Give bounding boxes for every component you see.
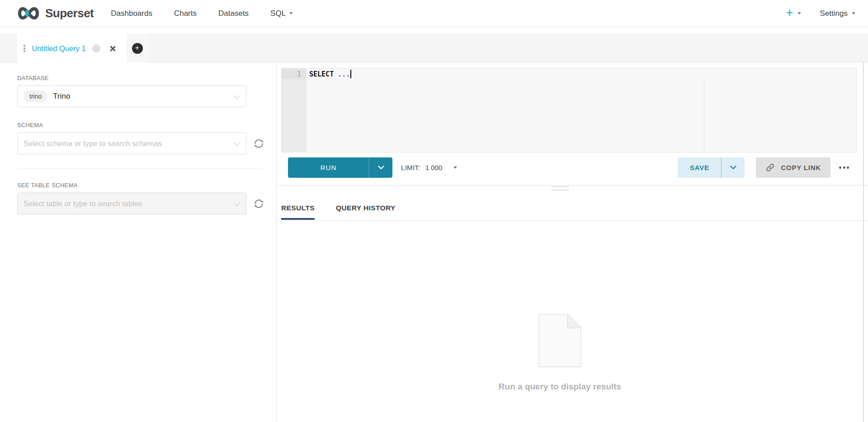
editor-gutter: 1 (282, 68, 307, 152)
copy-link-label: COPY LINK (781, 164, 821, 171)
ellipsis-icon (839, 166, 841, 169)
schema-placeholder: Select schema or type to search schemas (24, 139, 162, 148)
schema-label: SCHEMA (17, 122, 276, 128)
run-button[interactable]: RUN (288, 157, 369, 178)
line-number: 1 (282, 69, 307, 79)
table-schema-label: SEE TABLE SCHEMA (17, 182, 276, 189)
database-select[interactable]: trino Trino (17, 85, 246, 107)
save-options-button[interactable] (721, 157, 745, 178)
plus-icon: + (786, 6, 793, 19)
chevron-down-icon (234, 93, 240, 99)
navbar-right: + Settings (786, 8, 855, 19)
table-select[interactable]: Select table or type to search tables (17, 193, 246, 214)
new-item-button[interactable]: + (786, 8, 801, 19)
query-tab-label[interactable]: Untitled Query 1 (32, 44, 86, 53)
sql-text: ... (334, 70, 350, 78)
editor-code-area[interactable]: SELECT ... (307, 68, 856, 152)
sql-editor[interactable]: 1 SELECT ... (281, 68, 857, 152)
refresh-schemas-button[interactable] (253, 138, 264, 149)
print-margin-line (704, 78, 704, 152)
sync-arrows-icon (253, 198, 264, 209)
sync-arrows-icon (253, 138, 264, 149)
run-options-button[interactable] (369, 157, 392, 178)
brand-name: Superset (45, 6, 94, 20)
copy-link-button[interactable]: COPY LINK (756, 157, 830, 178)
south-tabs-baseline (277, 220, 868, 221)
refresh-tables-button[interactable] (253, 198, 264, 209)
scrollbar-track[interactable] (863, 62, 864, 422)
query-status-dot (92, 44, 100, 52)
run-button-group: RUN (288, 157, 392, 178)
limit-value: 1 000 (425, 164, 443, 171)
plus-icon: + (132, 43, 143, 54)
tab-results[interactable]: RESULTS (281, 204, 315, 220)
limit-label: LIMIT: (401, 164, 420, 171)
query-tab-active[interactable]: Untitled Query 1 (17, 34, 127, 63)
link-chain-icon (765, 163, 775, 172)
navbar: Superset Dashboards Charts Datasets SQL … (0, 0, 868, 27)
save-button-group: SAVE (678, 157, 745, 178)
chevron-down-icon (234, 140, 240, 146)
save-button[interactable]: SAVE (678, 157, 721, 178)
caret-down-icon (453, 166, 457, 169)
kebab-vertical-icon[interactable] (21, 43, 28, 54)
database-label: DATABASE (17, 75, 276, 81)
nav-item-dashboards[interactable]: Dashboards (111, 9, 152, 18)
chevron-down-icon (234, 200, 240, 206)
caret-down-icon (852, 12, 855, 14)
database-value: Trino (53, 92, 70, 101)
schema-select[interactable]: Select schema or type to search schemas (17, 133, 246, 154)
results-empty-state: Run a query to display results (277, 314, 843, 392)
sql-keyword: SELECT (309, 70, 334, 78)
settings-menu[interactable]: Settings (820, 9, 855, 18)
chevron-down-icon (730, 166, 736, 170)
nav-item-charts[interactable]: Charts (174, 9, 197, 18)
caret-down-icon (289, 12, 293, 14)
empty-results-message: Run a query to display results (499, 382, 621, 392)
limit-dropdown[interactable]: LIMIT: 1 000 (401, 164, 457, 171)
sidebar-divider (17, 168, 263, 169)
sidebar: DATABASE trino Trino SCHEMA Select schem… (0, 62, 277, 422)
database-badge: trino (24, 90, 47, 102)
pane-resize-handle[interactable] (552, 186, 569, 193)
sql-lab-content: DATABASE trino Trino SCHEMA Select schem… (0, 62, 868, 422)
text-cursor (350, 70, 351, 78)
add-query-tab-button[interactable]: + (127, 34, 148, 62)
query-tab-strip: Untitled Query 1 + (0, 34, 868, 62)
south-pane-tabs: RESULTS QUERY HISTORY (281, 204, 396, 220)
blank-document-icon (538, 314, 581, 367)
nav-menu: Dashboards Charts Datasets SQL (111, 9, 293, 18)
nav-item-datasets[interactable]: Datasets (218, 9, 249, 18)
editor-toolbar: RUN LIMIT: 1 000 SAVE (277, 153, 868, 185)
more-options-button[interactable] (838, 164, 850, 171)
toolbar-right-group: SAVE COPY LINK (678, 157, 850, 178)
nav-item-sql[interactable]: SQL (270, 9, 293, 18)
table-placeholder: Select table or type to search tables (24, 199, 142, 208)
superset-logo[interactable]: Superset (16, 5, 94, 21)
tab-query-history[interactable]: QUERY HISTORY (336, 204, 396, 220)
chevron-down-icon (378, 166, 384, 170)
superset-infinity-icon (16, 5, 41, 21)
caret-down-icon (797, 12, 801, 14)
main-pane: 1 SELECT ... RUN LIMIT: 1 000 (277, 62, 868, 422)
close-icon[interactable] (109, 45, 116, 52)
